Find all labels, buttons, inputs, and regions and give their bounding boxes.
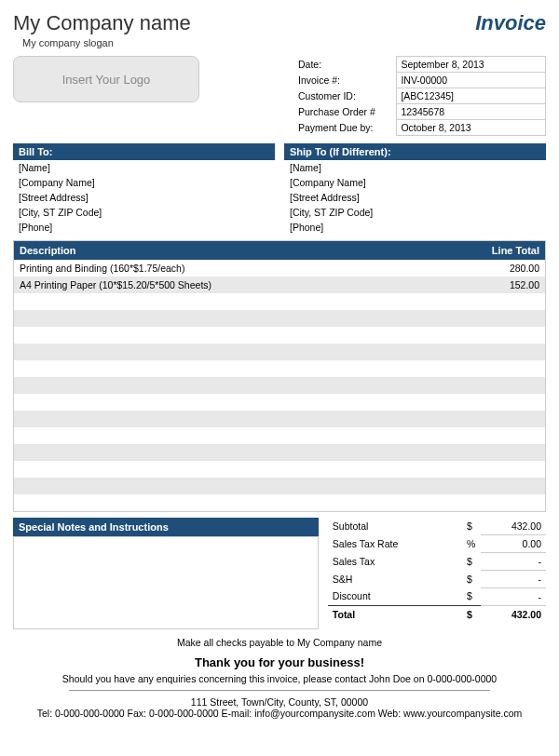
bill-to-csz[interactable]: [City, ST ZIP Code] xyxy=(13,205,275,220)
table-row[interactable] xyxy=(14,461,546,478)
item-total[interactable] xyxy=(462,344,546,360)
invoice-number-label: Invoice #: xyxy=(294,73,397,88)
table-row[interactable] xyxy=(14,478,546,494)
taxrate-label: Sales Tax Rate xyxy=(328,534,462,552)
item-total[interactable] xyxy=(462,461,546,478)
item-description[interactable] xyxy=(14,427,462,444)
item-total[interactable] xyxy=(462,310,546,327)
date-value[interactable]: September 8, 2013 xyxy=(397,57,546,73)
item-description[interactable] xyxy=(14,360,462,377)
thanks-text: Thank you for your business! xyxy=(13,655,546,669)
table-row[interactable] xyxy=(14,360,546,377)
column-description: Description xyxy=(14,241,462,261)
bill-to-block: Bill To: [Name] [Company Name] [Street A… xyxy=(13,143,275,235)
ship-to-name[interactable]: [Name] xyxy=(284,160,546,175)
bill-to-street[interactable]: [Street Address] xyxy=(13,190,275,205)
discount-symbol: $ xyxy=(462,587,481,605)
subtotal-symbol: $ xyxy=(462,518,481,535)
total-value: 432.00 xyxy=(481,605,546,623)
taxrate-value[interactable]: 0.00 xyxy=(481,534,546,552)
item-description[interactable] xyxy=(14,494,462,511)
item-total[interactable] xyxy=(462,478,546,494)
item-description[interactable] xyxy=(14,377,462,394)
address-text: 111 Street, Town/City, County, ST, 00000 xyxy=(13,696,546,708)
notes-header: Special Notes and Instructions xyxy=(13,518,319,536)
header: My Company name My company slogan Invoic… xyxy=(13,11,546,48)
table-row[interactable]: Printing and Binding (160*$1.75/each)280… xyxy=(14,260,546,277)
subtotal-value: 432.00 xyxy=(481,518,546,535)
bill-to-name[interactable]: [Name] xyxy=(13,160,275,175)
po-label: Purchase Order # xyxy=(294,104,397,120)
table-row[interactable] xyxy=(14,394,546,411)
item-total[interactable] xyxy=(462,360,546,377)
item-description[interactable] xyxy=(14,310,462,327)
bill-to-company[interactable]: [Company Name] xyxy=(13,175,275,190)
due-value[interactable]: October 8, 2013 xyxy=(397,120,546,136)
item-description[interactable] xyxy=(14,461,462,478)
item-description[interactable] xyxy=(14,411,462,427)
tax-label: Sales Tax xyxy=(328,552,462,570)
item-total[interactable] xyxy=(462,327,546,344)
item-total[interactable]: 152.00 xyxy=(462,277,546,293)
notes-body[interactable] xyxy=(13,536,319,629)
due-label: Payment Due by: xyxy=(294,120,397,136)
invoice-meta: Date:September 8, 2013 Invoice #:INV-000… xyxy=(294,56,546,136)
table-row[interactable] xyxy=(14,310,546,327)
tax-symbol: $ xyxy=(462,552,481,570)
ship-to-csz[interactable]: [City, ST ZIP Code] xyxy=(284,205,546,220)
item-total[interactable] xyxy=(462,394,546,411)
customer-id-label: Customer ID: xyxy=(294,88,397,104)
payable-text: Make all checks payable to My Company na… xyxy=(13,637,546,648)
item-description[interactable]: Printing and Binding (160*$1.75/each) xyxy=(14,260,462,277)
ship-to-street[interactable]: [Street Address] xyxy=(284,190,546,205)
sh-label: S&H xyxy=(328,570,462,587)
column-line-total: Line Total xyxy=(462,241,546,261)
sh-value[interactable]: - xyxy=(481,570,546,587)
item-total[interactable] xyxy=(462,411,546,427)
po-value[interactable]: 12345678 xyxy=(397,104,546,120)
item-total[interactable] xyxy=(462,427,546,444)
taxrate-symbol: % xyxy=(462,534,481,552)
bill-to-phone[interactable]: [Phone] xyxy=(13,220,275,235)
item-description[interactable] xyxy=(14,444,462,461)
item-total[interactable] xyxy=(462,494,546,511)
invoice-title: Invoice xyxy=(475,11,546,35)
totals-table: Subtotal$432.00 Sales Tax Rate%0.00 Sale… xyxy=(328,518,546,623)
comm-text: Tel: 0-000-000-0000 Fax: 0-000-000-0000 … xyxy=(13,708,546,719)
ship-to-block: Ship To (If Different): [Name] [Company … xyxy=(284,143,546,235)
footer-divider xyxy=(69,690,490,691)
table-row[interactable] xyxy=(14,377,546,394)
item-total[interactable] xyxy=(462,293,546,310)
item-description[interactable] xyxy=(14,293,462,310)
notes-block: Special Notes and Instructions xyxy=(13,518,319,629)
table-row[interactable] xyxy=(14,427,546,444)
item-total[interactable] xyxy=(462,444,546,461)
item-description[interactable] xyxy=(14,394,462,411)
table-row[interactable] xyxy=(14,293,546,310)
sh-symbol: $ xyxy=(462,570,481,587)
item-total[interactable]: 280.00 xyxy=(462,260,546,277)
discount-label: Discount xyxy=(328,587,462,605)
ship-to-phone[interactable]: [Phone] xyxy=(284,220,546,235)
item-description[interactable] xyxy=(14,327,462,344)
table-row[interactable] xyxy=(14,444,546,461)
logo-placeholder[interactable]: Insert Your Logo xyxy=(13,56,199,102)
subtotal-label: Subtotal xyxy=(328,518,462,535)
discount-value[interactable]: - xyxy=(481,587,546,605)
bill-to-header: Bill To: xyxy=(13,143,275,160)
total-label: Total xyxy=(328,605,462,623)
ship-to-company[interactable]: [Company Name] xyxy=(284,175,546,190)
table-row[interactable] xyxy=(14,411,546,427)
item-description[interactable]: A4 Printing Paper (10*$15.20/5*500 Sheet… xyxy=(14,277,462,293)
table-row[interactable] xyxy=(14,494,546,511)
company-name: My Company name xyxy=(13,11,191,35)
invoice-number-value[interactable]: INV-00000 xyxy=(397,73,546,88)
item-description[interactable] xyxy=(14,344,462,360)
table-row[interactable] xyxy=(14,327,546,344)
customer-id-value[interactable]: [ABC12345] xyxy=(397,88,546,104)
item-total[interactable] xyxy=(462,377,546,394)
item-description[interactable] xyxy=(14,478,462,494)
ship-to-header: Ship To (If Different): xyxy=(284,143,546,160)
table-row[interactable] xyxy=(14,344,546,360)
table-row[interactable]: A4 Printing Paper (10*$15.20/5*500 Sheet… xyxy=(14,277,546,293)
